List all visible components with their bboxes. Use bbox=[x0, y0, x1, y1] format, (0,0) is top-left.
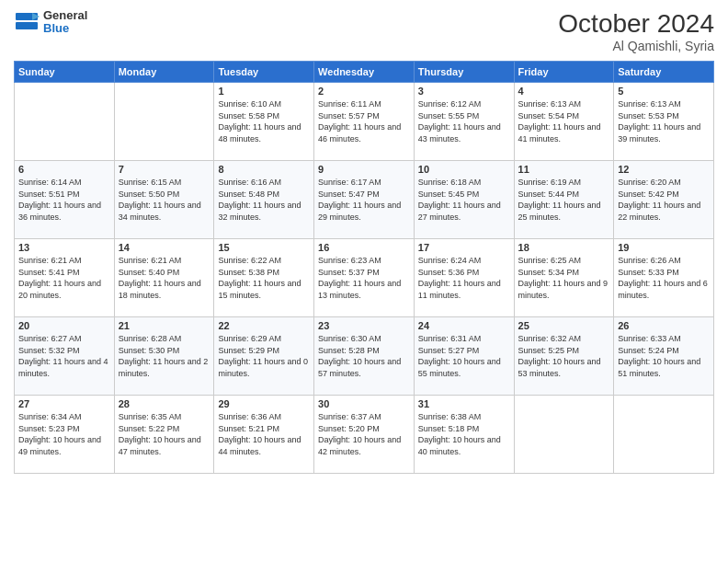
day-number: 19 bbox=[618, 242, 710, 253]
day-number: 15 bbox=[218, 242, 310, 253]
cell-details: Sunrise: 6:33 AMSunset: 5:24 PMDaylight:… bbox=[618, 333, 710, 379]
table-cell: 31Sunrise: 6:38 AMSunset: 5:18 PMDayligh… bbox=[414, 396, 514, 474]
week-row-2: 6Sunrise: 6:14 AMSunset: 5:51 PMDaylight… bbox=[15, 161, 714, 239]
day-number: 5 bbox=[618, 86, 710, 97]
logo-general: General bbox=[43, 9, 87, 22]
cell-details: Sunrise: 6:21 AMSunset: 5:40 PMDaylight:… bbox=[119, 255, 210, 301]
header-row: Sunday Monday Tuesday Wednesday Thursday… bbox=[15, 62, 714, 83]
cell-details: Sunrise: 6:20 AMSunset: 5:42 PMDaylight:… bbox=[618, 177, 710, 223]
day-number: 3 bbox=[418, 86, 510, 97]
table-cell bbox=[514, 396, 614, 474]
table-cell bbox=[114, 83, 214, 161]
day-number: 12 bbox=[618, 164, 710, 175]
cell-details: Sunrise: 6:18 AMSunset: 5:45 PMDaylight:… bbox=[418, 177, 510, 223]
table-cell bbox=[15, 83, 115, 161]
table-cell: 10Sunrise: 6:18 AMSunset: 5:45 PMDayligh… bbox=[414, 161, 514, 239]
day-number: 17 bbox=[418, 242, 510, 253]
table-cell: 12Sunrise: 6:20 AMSunset: 5:42 PMDayligh… bbox=[614, 161, 714, 239]
cell-details: Sunrise: 6:15 AMSunset: 5:50 PMDaylight:… bbox=[119, 177, 210, 223]
day-number: 1 bbox=[218, 86, 310, 97]
day-number: 22 bbox=[218, 320, 310, 331]
cell-details: Sunrise: 6:13 AMSunset: 5:53 PMDaylight:… bbox=[618, 98, 710, 144]
day-number: 13 bbox=[18, 242, 110, 253]
table-cell: 30Sunrise: 6:37 AMSunset: 5:20 PMDayligh… bbox=[314, 396, 415, 474]
week-row-3: 13Sunrise: 6:21 AMSunset: 5:41 PMDayligh… bbox=[15, 239, 714, 317]
logo-icon bbox=[14, 9, 40, 35]
day-number: 29 bbox=[218, 398, 310, 409]
day-number: 11 bbox=[518, 164, 610, 175]
day-number: 27 bbox=[18, 398, 110, 409]
calendar-table: Sunday Monday Tuesday Wednesday Thursday… bbox=[14, 61, 714, 474]
cell-details: Sunrise: 6:34 AMSunset: 5:23 PMDaylight:… bbox=[18, 411, 110, 457]
cell-details: Sunrise: 6:30 AMSunset: 5:28 PMDaylight:… bbox=[318, 333, 410, 379]
day-number: 4 bbox=[518, 86, 610, 97]
day-number: 2 bbox=[318, 86, 410, 97]
table-cell: 13Sunrise: 6:21 AMSunset: 5:41 PMDayligh… bbox=[15, 239, 115, 317]
cell-details: Sunrise: 6:32 AMSunset: 5:25 PMDaylight:… bbox=[518, 333, 610, 379]
cell-details: Sunrise: 6:10 AMSunset: 5:58 PMDaylight:… bbox=[218, 98, 310, 144]
cell-details: Sunrise: 6:21 AMSunset: 5:41 PMDaylight:… bbox=[18, 255, 110, 301]
cell-details: Sunrise: 6:35 AMSunset: 5:22 PMDaylight:… bbox=[119, 411, 210, 457]
day-number: 25 bbox=[518, 320, 610, 331]
day-number: 20 bbox=[18, 320, 110, 331]
table-cell: 21Sunrise: 6:28 AMSunset: 5:30 PMDayligh… bbox=[114, 317, 214, 396]
table-cell: 1Sunrise: 6:10 AMSunset: 5:58 PMDaylight… bbox=[214, 83, 314, 161]
cell-details: Sunrise: 6:24 AMSunset: 5:36 PMDaylight:… bbox=[418, 255, 510, 301]
cell-details: Sunrise: 6:23 AMSunset: 5:37 PMDaylight:… bbox=[318, 255, 410, 301]
col-thursday: Thursday bbox=[414, 62, 514, 83]
day-number: 26 bbox=[618, 320, 710, 331]
table-cell: 22Sunrise: 6:29 AMSunset: 5:29 PMDayligh… bbox=[214, 317, 314, 396]
day-number: 6 bbox=[18, 164, 110, 175]
day-number: 9 bbox=[318, 164, 410, 175]
cell-details: Sunrise: 6:26 AMSunset: 5:33 PMDaylight:… bbox=[618, 255, 710, 301]
table-cell: 6Sunrise: 6:14 AMSunset: 5:51 PMDaylight… bbox=[15, 161, 115, 239]
cell-details: Sunrise: 6:29 AMSunset: 5:29 PMDaylight:… bbox=[218, 333, 310, 379]
location-subtitle: Al Qamishli, Syria bbox=[558, 39, 714, 53]
week-row-4: 20Sunrise: 6:27 AMSunset: 5:32 PMDayligh… bbox=[15, 317, 714, 396]
day-number: 28 bbox=[119, 398, 210, 409]
cell-details: Sunrise: 6:12 AMSunset: 5:55 PMDaylight:… bbox=[418, 98, 510, 144]
table-cell: 25Sunrise: 6:32 AMSunset: 5:25 PMDayligh… bbox=[514, 317, 614, 396]
table-cell: 14Sunrise: 6:21 AMSunset: 5:40 PMDayligh… bbox=[114, 239, 214, 317]
cell-details: Sunrise: 6:36 AMSunset: 5:21 PMDaylight:… bbox=[218, 411, 310, 457]
col-tuesday: Tuesday bbox=[214, 62, 314, 83]
table-cell: 2Sunrise: 6:11 AMSunset: 5:57 PMDaylight… bbox=[314, 83, 415, 161]
cell-details: Sunrise: 6:14 AMSunset: 5:51 PMDaylight:… bbox=[18, 177, 110, 223]
col-wednesday: Wednesday bbox=[314, 62, 415, 83]
cell-details: Sunrise: 6:38 AMSunset: 5:18 PMDaylight:… bbox=[418, 411, 510, 457]
day-number: 21 bbox=[119, 320, 210, 331]
day-number: 31 bbox=[418, 398, 510, 409]
day-number: 30 bbox=[318, 398, 410, 409]
day-number: 23 bbox=[318, 320, 410, 331]
week-row-5: 27Sunrise: 6:34 AMSunset: 5:23 PMDayligh… bbox=[15, 396, 714, 474]
day-number: 8 bbox=[218, 164, 310, 175]
table-cell: 16Sunrise: 6:23 AMSunset: 5:37 PMDayligh… bbox=[314, 239, 415, 317]
day-number: 16 bbox=[318, 242, 410, 253]
table-cell: 18Sunrise: 6:25 AMSunset: 5:34 PMDayligh… bbox=[514, 239, 614, 317]
page: General Blue October 2024 Al Qamishli, S… bbox=[0, 0, 728, 563]
cell-details: Sunrise: 6:28 AMSunset: 5:30 PMDaylight:… bbox=[119, 333, 210, 379]
day-number: 14 bbox=[119, 242, 210, 253]
col-sunday: Sunday bbox=[15, 62, 115, 83]
table-cell: 20Sunrise: 6:27 AMSunset: 5:32 PMDayligh… bbox=[15, 317, 115, 396]
table-cell: 28Sunrise: 6:35 AMSunset: 5:22 PMDayligh… bbox=[114, 396, 214, 474]
cell-details: Sunrise: 6:19 AMSunset: 5:44 PMDaylight:… bbox=[518, 177, 610, 223]
cell-details: Sunrise: 6:22 AMSunset: 5:38 PMDaylight:… bbox=[218, 255, 310, 301]
day-number: 7 bbox=[119, 164, 210, 175]
table-cell: 23Sunrise: 6:30 AMSunset: 5:28 PMDayligh… bbox=[314, 317, 415, 396]
logo-text: General Blue bbox=[43, 9, 87, 36]
table-cell: 7Sunrise: 6:15 AMSunset: 5:50 PMDaylight… bbox=[114, 161, 214, 239]
table-cell: 11Sunrise: 6:19 AMSunset: 5:44 PMDayligh… bbox=[514, 161, 614, 239]
table-cell: 4Sunrise: 6:13 AMSunset: 5:54 PMDaylight… bbox=[514, 83, 614, 161]
cell-details: Sunrise: 6:17 AMSunset: 5:47 PMDaylight:… bbox=[318, 177, 410, 223]
table-cell: 26Sunrise: 6:33 AMSunset: 5:24 PMDayligh… bbox=[614, 317, 714, 396]
table-cell: 3Sunrise: 6:12 AMSunset: 5:55 PMDaylight… bbox=[414, 83, 514, 161]
table-cell: 5Sunrise: 6:13 AMSunset: 5:53 PMDaylight… bbox=[614, 83, 714, 161]
day-number: 18 bbox=[518, 242, 610, 253]
cell-details: Sunrise: 6:11 AMSunset: 5:57 PMDaylight:… bbox=[318, 98, 410, 144]
cell-details: Sunrise: 6:31 AMSunset: 5:27 PMDaylight:… bbox=[418, 333, 510, 379]
table-cell: 9Sunrise: 6:17 AMSunset: 5:47 PMDaylight… bbox=[314, 161, 415, 239]
title-block: October 2024 Al Qamishli, Syria bbox=[558, 9, 714, 53]
table-cell: 27Sunrise: 6:34 AMSunset: 5:23 PMDayligh… bbox=[15, 396, 115, 474]
table-cell: 29Sunrise: 6:36 AMSunset: 5:21 PMDayligh… bbox=[214, 396, 314, 474]
